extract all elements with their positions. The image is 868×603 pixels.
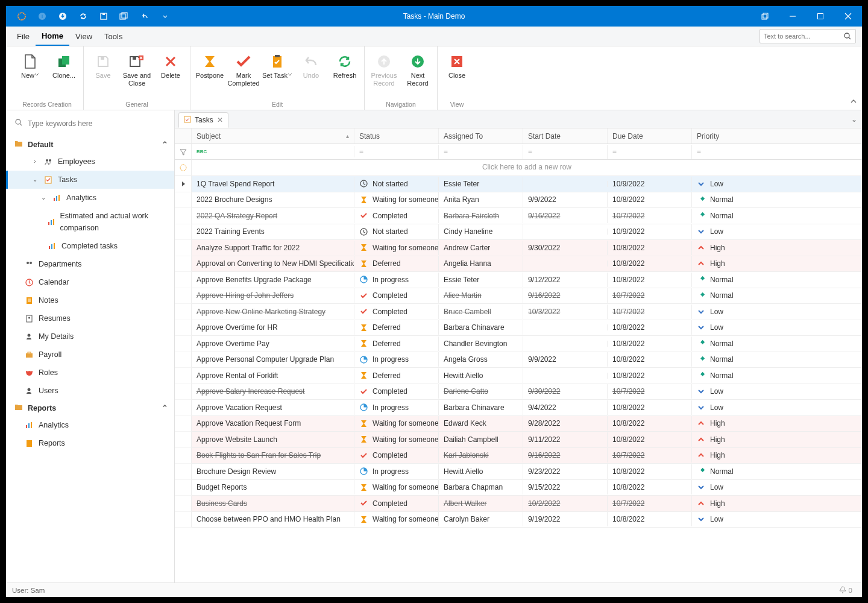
cell-subject[interactable]: Approve Overtime Pay <box>192 336 354 351</box>
filter-due[interactable]: = <box>608 145 692 159</box>
cell-priority[interactable]: Normal <box>692 352 770 367</box>
sidebar-item-mydetails[interactable]: My Details <box>6 327 174 346</box>
sidebar-item-completed-tasks[interactable]: Completed tasks <box>6 237 174 255</box>
cell-start[interactable]: 9/28/2022 <box>523 416 608 431</box>
cell-assigned[interactable]: Essie Teter <box>439 177 523 191</box>
cell-assigned[interactable]: Anita Ryan <box>439 192 523 207</box>
cell-due[interactable]: 10/8/2022 <box>608 320 692 335</box>
table-row[interactable]: Analyze Support Traffic for 2022Waiting … <box>192 240 862 256</box>
table-row[interactable]: Brochure Design ReviewIn progressHewitt … <box>192 464 862 480</box>
cell-start[interactable] <box>523 181 608 187</box>
table-row[interactable]: 1Q Travel Spend ReportNot startedEssie T… <box>192 176 862 192</box>
cell-subject[interactable]: Approve Personal Computer Upgrade Plan <box>192 352 354 367</box>
cell-assigned[interactable]: Albert Walker <box>439 496 523 511</box>
row-indicator[interactable] <box>175 176 192 192</box>
mark-completed-button[interactable]: Mark Completed <box>227 49 260 89</box>
cell-due[interactable]: 10/7/2022 <box>608 496 692 511</box>
sidebar-group-default[interactable]: Default ⌃ <box>6 136 174 153</box>
cell-priority[interactable]: Normal <box>692 336 770 351</box>
table-row[interactable]: Approve Hiring of John JeffersCompletedA… <box>192 288 862 305</box>
sidebar-item-analytics[interactable]: ⌄Analytics <box>6 189 174 207</box>
cell-priority[interactable]: Normal <box>692 368 770 383</box>
cell-due[interactable]: 10/8/2022 <box>608 464 692 479</box>
undo-quick-icon[interactable] <box>140 11 149 21</box>
row-indicator[interactable] <box>175 448 192 464</box>
close-button[interactable]: Close <box>440 49 474 89</box>
save-close-button[interactable]: Save and Close <box>120 49 154 89</box>
cell-priority[interactable]: Normal <box>692 192 770 207</box>
row-indicator[interactable] <box>175 416 192 432</box>
cell-due[interactable]: 10/8/2022 <box>608 480 692 494</box>
download-icon[interactable] <box>58 11 68 21</box>
row-indicator[interactable] <box>175 240 192 256</box>
global-search-input[interactable] <box>764 33 841 40</box>
column-assigned[interactable]: Assigned To <box>439 128 523 144</box>
cell-status[interactable]: Waiting for someone else <box>354 241 439 255</box>
restore-window-icon[interactable] <box>751 6 779 27</box>
cell-due[interactable]: 10/8/2022 <box>608 352 692 367</box>
table-row[interactable]: 2022 QA Strategy ReportCompletedBarbara … <box>192 208 862 224</box>
cell-priority[interactable]: Low <box>692 177 770 191</box>
cell-status[interactable]: Not started <box>354 224 439 239</box>
cell-start[interactable]: 10/3/2022 <box>523 305 608 319</box>
cell-status[interactable]: Completed <box>354 305 439 319</box>
row-indicator[interactable] <box>175 336 192 352</box>
row-indicator[interactable] <box>175 272 192 288</box>
cell-status[interactable]: Deferred <box>354 256 439 271</box>
cell-assigned[interactable]: Essie Teter <box>439 273 523 287</box>
sidebar-item-users[interactable]: Users <box>6 382 174 400</box>
cell-start[interactable]: 9/30/2022 <box>523 384 608 399</box>
cell-subject[interactable]: Approve Vacation Request <box>192 400 354 415</box>
cell-due[interactable]: 10/8/2022 <box>608 273 692 287</box>
cell-assigned[interactable]: Karl Jablonski <box>439 448 523 463</box>
cell-assigned[interactable]: Dailiah Campbell <box>439 432 523 447</box>
sidebar-item-calendar[interactable]: Calendar <box>6 273 174 291</box>
cell-priority[interactable]: Normal <box>692 288 770 303</box>
cell-subject[interactable]: Approval on Converting to New HDMI Speci… <box>192 256 354 271</box>
cell-status[interactable]: Deferred <box>354 336 439 351</box>
cell-status[interactable]: Waiting for someone else <box>354 512 439 526</box>
cell-priority[interactable]: High <box>692 432 770 447</box>
cell-due[interactable]: 10/9/2022 <box>608 177 692 191</box>
row-indicator[interactable] <box>175 384 192 400</box>
cell-subject[interactable]: Brochure Design Review <box>192 464 354 479</box>
cell-subject[interactable]: 2022 QA Strategy Report <box>192 209 354 223</box>
cell-due[interactable]: 10/8/2022 <box>608 432 692 447</box>
sidebar-item-payroll[interactable]: Payroll <box>6 346 174 364</box>
table-row[interactable]: Business CardsCompletedAlbert Walker10/2… <box>192 496 862 512</box>
cell-start[interactable]: 9/19/2022 <box>523 512 608 526</box>
cell-subject[interactable]: 2022 Brochure Designs <box>192 192 354 207</box>
cell-start[interactable]: 9/16/2022 <box>523 209 608 223</box>
info-icon[interactable]: i <box>37 11 47 21</box>
row-indicator[interactable] <box>175 352 192 368</box>
cell-start[interactable] <box>523 229 608 235</box>
cell-status[interactable]: Waiting for someone else <box>354 192 439 207</box>
cell-due[interactable]: 10/8/2022 <box>608 512 692 526</box>
cell-priority[interactable]: Low <box>692 512 770 526</box>
sidebar-item-notes[interactable]: Notes <box>6 291 174 309</box>
cell-start[interactable]: 9/12/2022 <box>523 273 608 287</box>
cell-status[interactable]: Completed <box>354 384 439 399</box>
cell-subject[interactable]: Approve New Online Marketing Strategy <box>192 305 354 319</box>
column-due[interactable]: Due Date <box>608 128 692 144</box>
cell-subject[interactable]: Approve Vacation Request Form <box>192 416 354 431</box>
column-start[interactable]: Start Date <box>523 128 608 144</box>
table-row[interactable]: Choose between PPO and HMO Health PlanWa… <box>192 512 862 528</box>
cell-priority[interactable]: Low <box>692 305 770 319</box>
qat-customize-icon[interactable] <box>160 11 170 21</box>
sidebar-item-estimated[interactable]: Estimated and actual work comparison <box>6 207 174 237</box>
cell-priority[interactable]: High <box>692 496 770 511</box>
table-row[interactable]: Approve Website LaunchWaiting for someon… <box>192 432 862 448</box>
chevron-down-icon[interactable]: ⌄ <box>851 115 857 124</box>
cell-assigned[interactable]: Alice Martin <box>439 288 523 303</box>
table-row[interactable]: Approve Vacation Request FormWaiting for… <box>192 416 862 432</box>
cell-status[interactable]: Waiting for someone else <box>354 480 439 494</box>
cell-start[interactable] <box>523 373 608 379</box>
save-quick-icon[interactable] <box>99 11 108 21</box>
table-row[interactable]: Approve Personal Computer Upgrade PlanIn… <box>192 352 862 368</box>
cell-due[interactable]: 10/7/2022 <box>608 288 692 303</box>
cell-start[interactable]: 9/16/2022 <box>523 288 608 303</box>
sidebar-item-resumes[interactable]: Resumes <box>6 309 174 327</box>
row-indicator[interactable] <box>175 192 192 209</box>
filter-icon[interactable] <box>175 144 192 160</box>
